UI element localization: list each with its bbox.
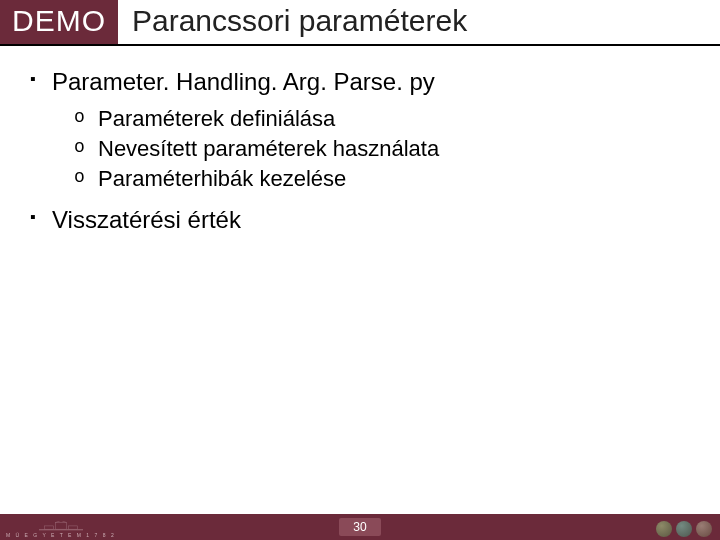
list-item: Paraméterek definiálása xyxy=(52,106,690,132)
footer-logo-area: M Ű E G Y E T E M 1 7 8 2 xyxy=(6,521,116,538)
bullet-list-level2: Paraméterek definiálása Nevesített param… xyxy=(52,106,690,192)
list-item: Nevesített paraméterek használata xyxy=(52,136,690,162)
svg-rect-2 xyxy=(44,526,53,529)
list-item: Parameter. Handling. Arg. Parse. py Para… xyxy=(30,68,690,192)
list-item-label: Paraméterhibák kezelése xyxy=(98,166,346,191)
footer-badges xyxy=(656,521,712,537)
slide-header: DEMO Parancssori paraméterek xyxy=(0,0,720,46)
list-item-label: Paraméterek definiálása xyxy=(98,106,335,131)
slide-title: Parancssori paraméterek xyxy=(118,0,467,44)
badge-icon xyxy=(696,521,712,537)
university-text: M Ű E G Y E T E M 1 7 8 2 xyxy=(6,533,116,538)
list-item-label: Nevesített paraméterek használata xyxy=(98,136,439,161)
list-item-label: Visszatérési érték xyxy=(52,206,241,233)
slide: DEMO Parancssori paraméterek Parameter. … xyxy=(0,0,720,540)
slide-content: Parameter. Handling. Arg. Parse. py Para… xyxy=(0,46,720,514)
badge-icon xyxy=(676,521,692,537)
list-item: Visszatérési érték xyxy=(30,206,690,234)
list-item: Paraméterhibák kezelése xyxy=(52,166,690,192)
building-icon xyxy=(39,521,83,533)
bullet-list-level1: Parameter. Handling. Arg. Parse. py Para… xyxy=(30,68,690,234)
page-number: 30 xyxy=(339,518,380,536)
list-item-label: Parameter. Handling. Arg. Parse. py xyxy=(52,68,435,95)
svg-rect-3 xyxy=(69,526,78,529)
badge-icon xyxy=(656,521,672,537)
svg-rect-1 xyxy=(55,523,66,530)
demo-badge: DEMO xyxy=(0,0,118,44)
slide-footer: M Ű E G Y E T E M 1 7 8 2 30 xyxy=(0,514,720,540)
